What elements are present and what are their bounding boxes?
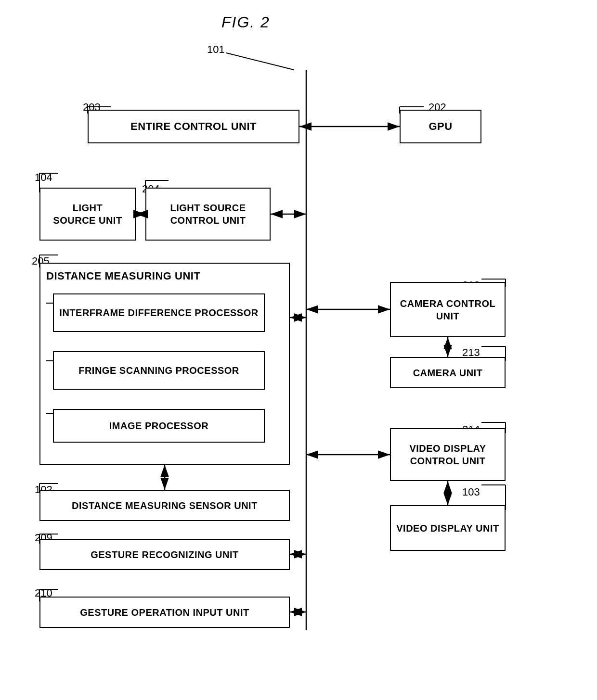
box-camera-control-unit: CAMERA CONTROL UNIT: [390, 282, 506, 337]
box-gesture-recognizing-unit: GESTURE RECOGNIZING UNIT: [39, 539, 290, 570]
box-distance-measuring-sensor-unit: DISTANCE MEASURING SENSOR UNIT: [39, 490, 290, 521]
box-video-display-unit: VIDEO DISPLAY UNIT: [390, 505, 506, 551]
svg-line-5: [226, 53, 294, 70]
box-entire-control-unit: ENTIRE CONTROL UNIT: [88, 110, 299, 143]
ref-104: 104: [35, 171, 52, 184]
box-image-processor: IMAGE PROCESSOR: [53, 409, 265, 443]
box-gpu: GPU: [400, 110, 481, 143]
diagram-container: FIG. 2 101 203 202 104 204 205 206 207 2…: [0, 0, 597, 700]
box-camera-unit: CAMERA UNIT: [390, 357, 506, 388]
box-fringe-scanning-processor: FRINGE SCANNING PROCESSOR: [53, 351, 265, 390]
box-gesture-operation-input-unit: GESTURE OPERATION INPUT UNIT: [39, 597, 290, 628]
box-light-source-control-unit: LIGHT SOURCE CONTROL UNIT: [145, 188, 271, 241]
ref-103: 103: [462, 486, 480, 498]
ref-101: 101: [207, 43, 225, 56]
box-interframe-difference-processor: INTERFRAME DIFFERENCE PROCESSOR: [53, 293, 265, 332]
figure-title: FIG. 2: [221, 13, 270, 31]
box-video-display-control-unit: VIDEO DISPLAY CONTROL UNIT: [390, 428, 506, 481]
box-light-source-unit: LIGHT SOURCE UNIT: [39, 188, 136, 241]
